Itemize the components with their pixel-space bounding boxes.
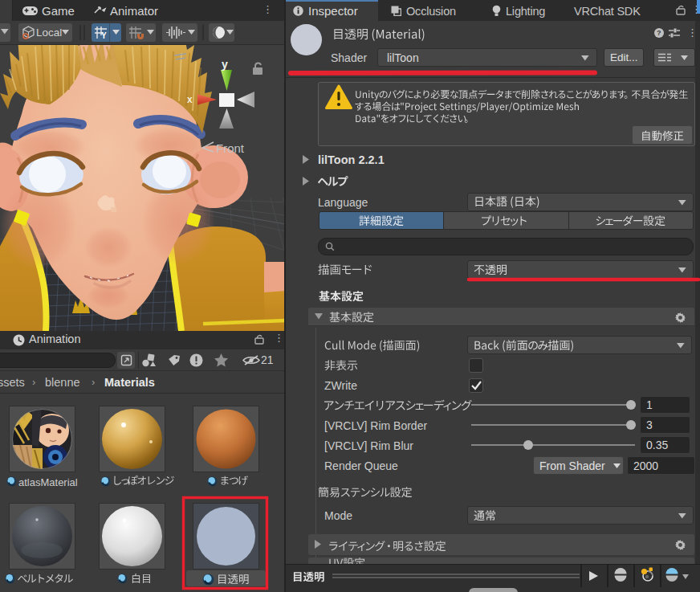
svg-text:x: x xyxy=(187,94,193,105)
svg-text:?: ? xyxy=(657,29,661,37)
svg-text:Front: Front xyxy=(216,141,245,155)
svg-text:y: y xyxy=(222,58,228,71)
svg-text:Y: Y xyxy=(101,31,107,40)
